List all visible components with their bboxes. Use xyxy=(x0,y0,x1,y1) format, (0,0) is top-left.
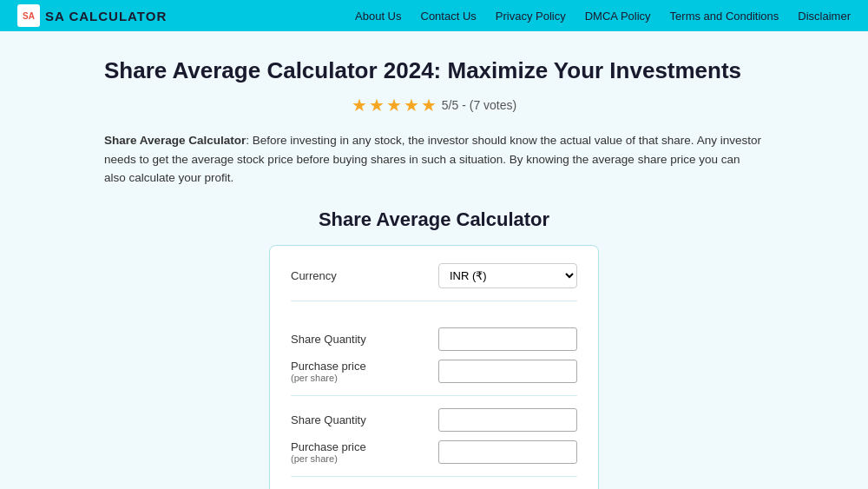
site-header: SA SA CALCULATOR About Us Contact Us Pri… xyxy=(0,0,868,31)
logo-text: SA CALCULATOR xyxy=(45,9,167,23)
star-1: ★ xyxy=(352,95,367,116)
page-title: Share Average Calculator 2024: Maximize … xyxy=(104,57,764,84)
calculator-section-title: Share Average Calculator xyxy=(104,208,764,231)
quantity-input-2[interactable] xyxy=(438,408,577,432)
nav-contact[interactable]: Contact Us xyxy=(421,10,477,23)
price-sublabel-2: (per share) xyxy=(291,453,386,464)
description: Share Average Calculator: Before investi… xyxy=(104,131,764,188)
star-5: ★ xyxy=(421,95,437,116)
main-nav: About Us Contact Us Privacy Policy DMCA … xyxy=(355,10,851,23)
share-group-1: Share Quantity Purchase price (per share… xyxy=(291,315,577,396)
logo: SA SA CALCULATOR xyxy=(17,4,167,27)
price-row-1: Purchase price (per share) xyxy=(291,360,577,383)
share-group-3: Share Quantity Purchase price (per share… xyxy=(291,477,577,489)
quantity-row-2: Share Quantity xyxy=(291,408,577,432)
rating-score: 5/5 - (7 votes) xyxy=(442,98,516,112)
calculator-card: Currency INR (₹) USD ($) EUR (€) GBP (£)… xyxy=(269,245,599,489)
price-input-1[interactable] xyxy=(438,360,577,383)
main-content: Share Average Calculator 2024: Maximize … xyxy=(87,31,781,489)
price-row-2: Purchase price (per share) xyxy=(291,440,577,464)
nav-about[interactable]: About Us xyxy=(355,10,401,23)
price-sublabel-1: (per share) xyxy=(291,373,386,383)
currency-row: Currency INR (₹) USD ($) EUR (€) GBP (£) xyxy=(291,263,577,301)
logo-icon: SA xyxy=(17,4,40,27)
quantity-label-2: Share Quantity xyxy=(291,413,386,426)
nav-disclaimer[interactable]: Disclaimer xyxy=(798,10,851,23)
price-label-1: Purchase price (per share) xyxy=(291,360,386,383)
share-group-2: Share Quantity Purchase price (per share… xyxy=(291,396,577,477)
star-3: ★ xyxy=(386,95,402,116)
quantity-row-1: Share Quantity xyxy=(291,327,577,351)
rating-row: ★ ★ ★ ★ ★ 5/5 - (7 votes) xyxy=(104,95,764,116)
nav-dmca[interactable]: DMCA Policy xyxy=(585,10,651,23)
price-label-2: Purchase price (per share) xyxy=(291,440,386,464)
price-input-2[interactable] xyxy=(438,440,577,464)
quantity-label-1: Share Quantity xyxy=(291,333,386,346)
stars: ★ ★ ★ ★ ★ xyxy=(352,95,437,116)
nav-terms[interactable]: Terms and Conditions xyxy=(670,10,779,23)
star-4: ★ xyxy=(404,95,419,116)
currency-label: Currency xyxy=(291,269,378,282)
nav-privacy[interactable]: Privacy Policy xyxy=(496,10,566,23)
currency-select[interactable]: INR (₹) USD ($) EUR (€) GBP (£) xyxy=(438,263,577,288)
star-2: ★ xyxy=(369,95,385,116)
quantity-input-1[interactable] xyxy=(438,327,577,351)
